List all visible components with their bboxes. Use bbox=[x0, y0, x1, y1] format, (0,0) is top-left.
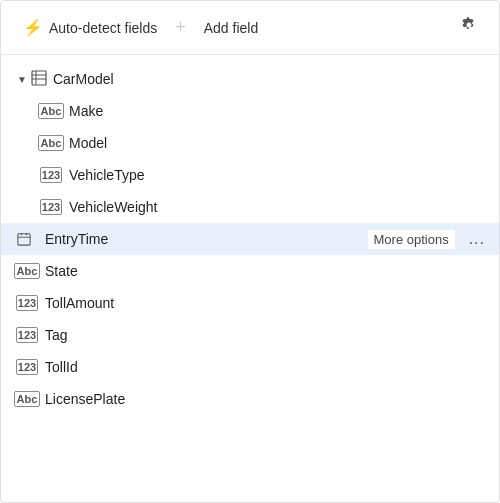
datetime-icon bbox=[17, 229, 37, 249]
abc-icon-3: Abc bbox=[17, 261, 37, 281]
lightning-icon: ⚡ bbox=[23, 18, 43, 37]
vehicleweight-field[interactable]: 123 VehicleWeight bbox=[25, 191, 499, 223]
make-label: Make bbox=[69, 103, 483, 119]
svg-rect-4 bbox=[18, 234, 30, 245]
123-icon: 123 bbox=[41, 165, 61, 185]
licenseplate-label: LicensePlate bbox=[45, 391, 483, 407]
carmodel-label: CarModel bbox=[53, 71, 114, 87]
auto-detect-button[interactable]: ⚡ Auto-detect fields bbox=[17, 14, 163, 41]
vehicletype-field[interactable]: 123 VehicleType bbox=[25, 159, 499, 191]
fields-list: ▼ CarModel Abc Make Abc bbox=[1, 55, 499, 502]
tollid-field[interactable]: 123 TollId bbox=[1, 351, 499, 383]
123-icon-5: 123 bbox=[17, 357, 37, 377]
more-options-area: More options ... bbox=[368, 228, 492, 250]
123-icon-2: 123 bbox=[41, 197, 61, 217]
tollamount-field[interactable]: 123 TollAmount bbox=[1, 287, 499, 319]
state-label: State bbox=[45, 263, 483, 279]
entrytime-field[interactable]: EntryTime More options ... bbox=[1, 223, 499, 255]
add-field-label: Add field bbox=[204, 20, 258, 36]
chevron-down-icon: ▼ bbox=[17, 74, 27, 85]
svg-rect-0 bbox=[32, 71, 46, 85]
model-label: Model bbox=[69, 135, 483, 151]
ellipsis-button[interactable]: ... bbox=[463, 228, 491, 250]
carmodel-group-row[interactable]: ▼ CarModel bbox=[1, 63, 499, 95]
auto-detect-label: Auto-detect fields bbox=[49, 20, 157, 36]
settings-button[interactable] bbox=[455, 11, 483, 44]
carmodel-children: Abc Make Abc Model 123 VehicleType 123 bbox=[1, 95, 499, 223]
vehicletype-label: VehicleType bbox=[69, 167, 483, 183]
licenseplate-field[interactable]: Abc LicensePlate bbox=[1, 383, 499, 415]
toolbar: ⚡ Auto-detect fields + Add field bbox=[1, 1, 499, 55]
tag-field[interactable]: 123 Tag bbox=[1, 319, 499, 351]
gear-icon bbox=[459, 15, 479, 35]
make-field[interactable]: Abc Make bbox=[25, 95, 499, 127]
toolbar-divider: + bbox=[175, 17, 186, 38]
abc-icon-4: Abc bbox=[17, 389, 37, 409]
abc-icon: Abc bbox=[41, 101, 61, 121]
123-icon-4: 123 bbox=[17, 325, 37, 345]
123-icon-3: 123 bbox=[17, 293, 37, 313]
tollamount-label: TollAmount bbox=[45, 295, 483, 311]
table-icon bbox=[31, 70, 53, 89]
tollid-label: TollId bbox=[45, 359, 483, 375]
add-field-button[interactable]: Add field bbox=[198, 16, 264, 40]
abc-icon-2: Abc bbox=[41, 133, 61, 153]
main-container: ⚡ Auto-detect fields + Add field ▼ bbox=[0, 0, 500, 503]
more-options-text: More options bbox=[368, 230, 455, 249]
tag-label: Tag bbox=[45, 327, 483, 343]
model-field[interactable]: Abc Model bbox=[25, 127, 499, 159]
vehicleweight-label: VehicleWeight bbox=[69, 199, 483, 215]
state-field[interactable]: Abc State bbox=[1, 255, 499, 287]
